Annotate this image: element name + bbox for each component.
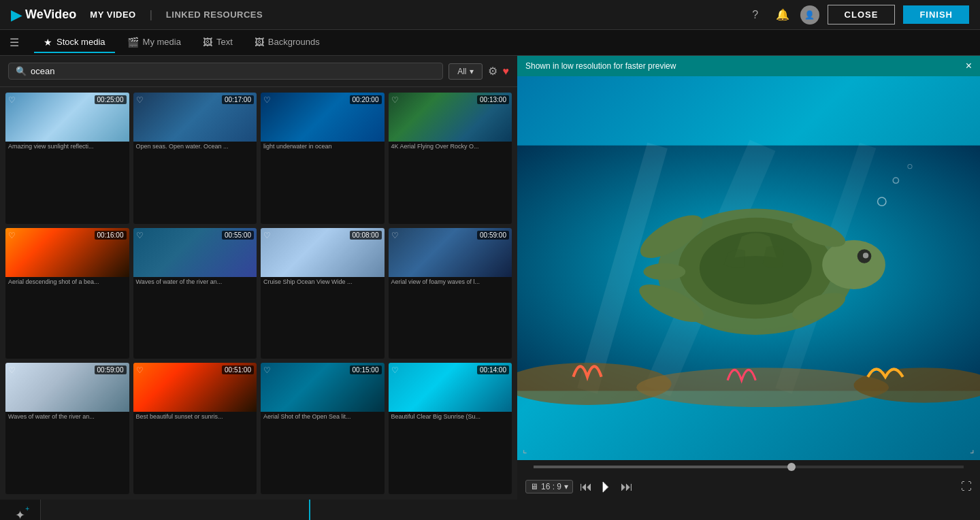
bg-icon: 🖼 bbox=[255, 37, 264, 48]
ratio-select[interactable]: 🖥 16 : 9 ▾ bbox=[525, 480, 573, 493]
heart-icon-11: ♡ bbox=[263, 365, 271, 375]
search-bar: 🔍 All ▾ ⚙ ♥ bbox=[0, 56, 517, 87]
tab-text[interactable]: 🖼 Text bbox=[193, 33, 242, 53]
duration-11: 00:15:00 bbox=[350, 365, 382, 374]
tab-backgrounds[interactable]: 🖼 Backgrounds bbox=[245, 33, 329, 53]
skip-forward-button[interactable]: ⏭ bbox=[621, 480, 633, 494]
label-5: Aerial descending shot of a bea... bbox=[5, 277, 129, 287]
logo-text: WeVideo bbox=[25, 7, 76, 22]
help-icon[interactable]: ? bbox=[746, 5, 765, 25]
duration-2: 00:17:00 bbox=[222, 95, 254, 104]
media-item-12[interactable]: ♡ 00:14:00 Beautiful Clear Big Sunrise (… bbox=[389, 363, 512, 494]
media-item-8[interactable]: ♡ 00:59:00 Aerial view of foamy waves of… bbox=[389, 228, 512, 359]
duration-10: 00:51:00 bbox=[222, 365, 254, 374]
heart-icon-2: ♡ bbox=[136, 95, 144, 105]
turtle-illustration bbox=[517, 76, 980, 460]
heart-icon-3: ♡ bbox=[263, 95, 271, 105]
avatar[interactable]: 👤 bbox=[800, 5, 819, 25]
media-item-2[interactable]: ♡ 00:17:00 Open seas. Open water. Ocean … bbox=[133, 93, 257, 224]
magic-icon: ✦ bbox=[15, 508, 25, 520]
logo-icon: ▶ bbox=[11, 7, 21, 23]
svg-point-17 bbox=[643, 263, 685, 280]
monitor-icon: 🖥 bbox=[530, 482, 538, 491]
project-name-link[interactable]: MY VIDEO bbox=[90, 10, 135, 20]
tab-text-label: Text bbox=[216, 37, 233, 47]
duration-3: 00:20:00 bbox=[350, 95, 382, 104]
filter-all-button[interactable]: All ▾ bbox=[448, 63, 482, 80]
play-button[interactable]: ⏵ bbox=[599, 478, 614, 495]
media-item-3[interactable]: ♡ 00:20:00 light underwater in ocean bbox=[261, 93, 385, 224]
playhead: 📍 00:05:00 ✕ bbox=[279, 500, 340, 520]
svg-point-10 bbox=[822, 240, 885, 289]
timeline-track: 📍 00:05:00 ✕ title_hold 00:05.000 bbox=[41, 500, 980, 520]
second-bar: ☰ ★ Stock media 🎬 My media 🖼 Text 🖼 Back… bbox=[0, 30, 980, 56]
ratio-label: 16 : 9 bbox=[541, 482, 561, 491]
close-button[interactable]: CLOSE bbox=[828, 5, 896, 25]
tab-stock-media-label: Stock media bbox=[56, 37, 105, 47]
label-8: Aerial view of foamy waves of l... bbox=[389, 277, 512, 287]
linked-resources-link[interactable]: LINKED RESOURCES bbox=[166, 10, 263, 20]
duration-9: 00:59:00 bbox=[95, 365, 127, 374]
duration-8: 00:59:00 bbox=[477, 231, 509, 240]
left-panel: 🔍 All ▾ ⚙ ♥ ♡ 00:25:00 Amazing view sunl… bbox=[0, 56, 517, 500]
heart-icon-8: ♡ bbox=[391, 231, 399, 240]
heart-icon-4: ♡ bbox=[391, 95, 399, 105]
magic-tool-button[interactable]: ✦ + bbox=[15, 508, 25, 520]
preview-header-text: Shown in low resolution for faster previ… bbox=[525, 61, 676, 71]
top-bar: ▶ WeVideo MY VIDEO | LINKED RESOURCES ? … bbox=[0, 0, 980, 30]
favorites-heart-icon[interactable]: ♥ bbox=[503, 65, 510, 78]
label-4: 4K Aerial Flying Over Rocky O... bbox=[389, 142, 512, 151]
heart-icon-5: ♡ bbox=[8, 231, 16, 240]
tab-backgrounds-label: Backgrounds bbox=[268, 37, 320, 47]
heart-icon-1: ♡ bbox=[8, 95, 16, 105]
search-input[interactable] bbox=[31, 66, 436, 76]
duration-12: 00:14:00 bbox=[477, 365, 509, 374]
label-1: Amazing view sunlight reflecti... bbox=[5, 142, 129, 151]
media-item-5[interactable]: ♡ 00:16:00 Aerial descending shot of a b… bbox=[5, 228, 129, 359]
plus-icon: + bbox=[25, 505, 29, 513]
media-item-1[interactable]: ♡ 00:25:00 Amazing view sunlight reflect… bbox=[5, 93, 129, 224]
duration-7: 00:08:00 bbox=[350, 231, 382, 240]
label-11: Aerial Shot of the Open Sea lit... bbox=[261, 412, 385, 421]
media-item-4[interactable]: ♡ 00:13:00 4K Aerial Flying Over Rocky O… bbox=[389, 93, 512, 224]
notification-icon[interactable]: 🔔 bbox=[773, 5, 792, 25]
search-input-wrap: 🔍 bbox=[8, 63, 443, 80]
duration-1: 00:25:00 bbox=[95, 95, 127, 104]
preview-controls: 🖥 16 : 9 ▾ ⏮ ⏵ ⏭ ⛶ bbox=[517, 474, 980, 500]
topbar-center: MY VIDEO | LINKED RESOURCES bbox=[76, 9, 745, 21]
media-grid: ♡ 00:25:00 Amazing view sunlight reflect… bbox=[0, 87, 517, 500]
media-item-7[interactable]: ♡ 00:08:00 Cruise Ship Ocean View Wide .… bbox=[261, 228, 385, 359]
skip-back-button[interactable]: ⏮ bbox=[580, 480, 592, 494]
label-7: Cruise Ship Ocean View Wide ... bbox=[261, 277, 385, 287]
topbar-right: ? 🔔 👤 CLOSE FINISH bbox=[746, 5, 969, 25]
duration-4: 00:13:00 bbox=[477, 95, 509, 104]
preview-turtle-frame: ⌞ ⌟ bbox=[517, 76, 980, 460]
main-layout: 🔍 All ▾ ⚙ ♥ ♡ 00:25:00 Amazing view sunl… bbox=[0, 56, 980, 500]
preview-scrubber-area bbox=[517, 460, 980, 474]
preview-video: ⌞ ⌟ bbox=[517, 76, 980, 460]
filter-settings-icon[interactable]: ⚙ bbox=[488, 65, 497, 78]
fullscreen-button[interactable]: ⛶ bbox=[961, 481, 972, 493]
svg-point-5 bbox=[636, 368, 889, 407]
media-item-11[interactable]: ♡ 00:15:00 Aerial Shot of the Open Sea l… bbox=[261, 363, 385, 494]
playhead-line bbox=[309, 500, 310, 520]
label-10: Best beautiful sunset or sunris... bbox=[133, 412, 257, 421]
preview-header: Shown in low resolution for faster previ… bbox=[517, 56, 980, 76]
preview-close-icon[interactable]: × bbox=[966, 60, 972, 72]
tab-stock-media[interactable]: ★ Stock media bbox=[34, 33, 115, 53]
media-item-10[interactable]: ♡ 00:51:00 Best beautiful sunset or sunr… bbox=[133, 363, 257, 494]
side-tools: ✦ + ♪ 🎤 bbox=[0, 500, 41, 520]
media-item-6[interactable]: ♡ 00:55:00 Waves of water of the river a… bbox=[133, 228, 257, 359]
tab-my-media[interactable]: 🎬 My media bbox=[118, 33, 191, 53]
right-panel: Shown in low resolution for faster previ… bbox=[517, 56, 980, 500]
finish-button[interactable]: FINISH bbox=[903, 5, 969, 24]
media-item-9[interactable]: ♡ 00:59:00 Waves of water of the river a… bbox=[5, 363, 129, 494]
corner-bl-icon: ⌞ bbox=[523, 444, 527, 455]
label-3: light underwater in ocean bbox=[261, 142, 385, 151]
label-9: Waves of water of the river an... bbox=[5, 412, 129, 421]
heart-icon-12: ♡ bbox=[391, 365, 399, 375]
hamburger-icon[interactable]: ☰ bbox=[5, 32, 23, 53]
tab-my-media-label: My media bbox=[143, 37, 181, 47]
svg-point-12 bbox=[863, 253, 868, 258]
preview-scrubber[interactable] bbox=[534, 466, 964, 468]
